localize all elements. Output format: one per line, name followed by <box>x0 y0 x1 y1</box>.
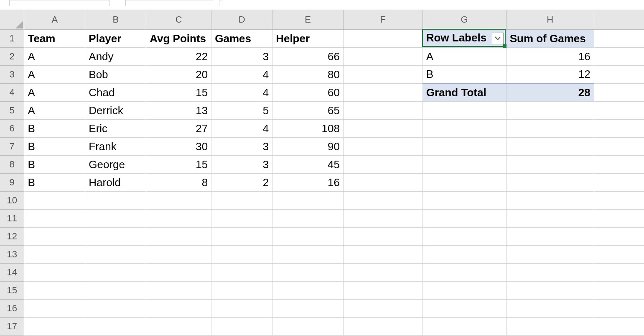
cell-F16[interactable] <box>344 299 423 317</box>
row-header-17[interactable]: 17 <box>0 317 24 335</box>
cell-B6[interactable]: Eric <box>85 119 146 137</box>
cell-G8[interactable] <box>423 155 506 173</box>
cell-C5[interactable]: 13 <box>146 101 211 119</box>
cell-H8[interactable] <box>506 155 594 173</box>
cell-F7[interactable] <box>344 137 423 155</box>
cell-B2[interactable]: Andy <box>85 47 146 65</box>
cell-E17[interactable] <box>272 317 344 335</box>
row-header-9[interactable]: 9 <box>0 173 24 191</box>
cell-overflow-6[interactable] <box>594 119 644 137</box>
worksheet-grid[interactable]: A B C D E F G H 1 Team Player Avg Poin <box>0 10 644 336</box>
cell-H5[interactable] <box>506 101 594 119</box>
cell-G17[interactable] <box>423 317 506 335</box>
cell-A17[interactable] <box>24 317 85 335</box>
cell-B13[interactable] <box>85 245 146 263</box>
cell-E7[interactable]: 90 <box>272 137 344 155</box>
cell-F14[interactable] <box>344 263 423 281</box>
cell-overflow-7[interactable] <box>594 137 644 155</box>
cell-A9[interactable]: B <box>24 173 85 191</box>
cell-E8[interactable]: 45 <box>272 155 344 173</box>
cell-A13[interactable] <box>24 245 85 263</box>
cell-D8[interactable]: 3 <box>211 155 272 173</box>
cell-D1[interactable]: Games <box>211 29 272 47</box>
cell-A3[interactable]: A <box>24 65 85 83</box>
cell-E9[interactable]: 16 <box>272 173 344 191</box>
cell-B15[interactable] <box>85 281 146 299</box>
row-header-1[interactable]: 1 <box>0 29 24 47</box>
cell-E11[interactable] <box>272 209 344 227</box>
cell-F6[interactable] <box>344 119 423 137</box>
cell-overflow-17[interactable] <box>594 317 644 335</box>
cell-H3[interactable]: 12 <box>506 65 594 83</box>
row-header-5[interactable]: 5 <box>0 101 24 119</box>
cell-overflow-15[interactable] <box>594 281 644 299</box>
cell-overflow-14[interactable] <box>594 263 644 281</box>
col-header-G[interactable]: G <box>423 10 506 29</box>
cell-H9[interactable] <box>506 173 594 191</box>
pivot-filter-button[interactable] <box>492 33 504 44</box>
cell-F2[interactable] <box>344 47 423 65</box>
cell-E4[interactable]: 60 <box>272 83 344 101</box>
cell-overflow-11[interactable] <box>594 209 644 227</box>
cell-overflow-10[interactable] <box>594 191 644 209</box>
cell-B17[interactable] <box>85 317 146 335</box>
cell-overflow-1[interactable] <box>594 29 644 47</box>
cell-F11[interactable] <box>344 209 423 227</box>
cell-overflow-4[interactable] <box>594 83 644 101</box>
cell-F1[interactable] <box>344 29 423 47</box>
cell-H11[interactable] <box>506 209 594 227</box>
row-header-6[interactable]: 6 <box>0 119 24 137</box>
cell-G16[interactable] <box>423 299 506 317</box>
row-header-16[interactable]: 16 <box>0 299 24 317</box>
cell-A10[interactable] <box>24 191 85 209</box>
cell-F10[interactable] <box>344 191 423 209</box>
cell-B7[interactable]: Frank <box>85 137 146 155</box>
cell-E14[interactable] <box>272 263 344 281</box>
cell-B8[interactable]: George <box>85 155 146 173</box>
cell-G11[interactable] <box>423 209 506 227</box>
cell-B4[interactable]: Chad <box>85 83 146 101</box>
row-header-15[interactable]: 15 <box>0 281 24 299</box>
cell-G4-grand-total[interactable]: Grand Total <box>423 83 506 101</box>
cell-H4-grand-total-value[interactable]: 28 <box>506 83 594 101</box>
cell-F13[interactable] <box>344 245 423 263</box>
cell-E3[interactable]: 80 <box>272 65 344 83</box>
cell-D13[interactable] <box>211 245 272 263</box>
name-box-fragment[interactable] <box>9 0 109 6</box>
cell-H7[interactable] <box>506 137 594 155</box>
col-header-C[interactable]: C <box>146 10 211 29</box>
cell-B9[interactable]: Harold <box>85 173 146 191</box>
cell-B10[interactable] <box>85 191 146 209</box>
cell-H16[interactable] <box>506 299 594 317</box>
cell-E16[interactable] <box>272 299 344 317</box>
cell-D11[interactable] <box>211 209 272 227</box>
cell-B12[interactable] <box>85 227 146 245</box>
cell-A2[interactable]: A <box>24 47 85 65</box>
select-all-corner[interactable] <box>0 10 24 29</box>
cell-D6[interactable]: 4 <box>211 119 272 137</box>
cell-H12[interactable] <box>506 227 594 245</box>
cell-B11[interactable] <box>85 209 146 227</box>
cell-overflow-3[interactable] <box>594 65 644 83</box>
cell-D14[interactable] <box>211 263 272 281</box>
cell-H6[interactable] <box>506 119 594 137</box>
cell-H1-pivot-sum-games[interactable]: Sum of Games <box>506 29 594 47</box>
cell-G3[interactable]: B <box>423 65 506 83</box>
cell-B14[interactable] <box>85 263 146 281</box>
cell-E1[interactable]: Helper <box>272 29 344 47</box>
cell-G14[interactable] <box>423 263 506 281</box>
cell-E12[interactable] <box>272 227 344 245</box>
cell-A16[interactable] <box>24 299 85 317</box>
cell-overflow-12[interactable] <box>594 227 644 245</box>
cell-C9[interactable]: 8 <box>146 173 211 191</box>
cell-G2[interactable]: A <box>423 47 506 65</box>
formula-bar-fragment[interactable] <box>125 0 213 6</box>
cell-overflow-8[interactable] <box>594 155 644 173</box>
cell-E5[interactable]: 65 <box>272 101 344 119</box>
cell-C12[interactable] <box>146 227 211 245</box>
cell-D7[interactable]: 3 <box>211 137 272 155</box>
row-header-3[interactable]: 3 <box>0 65 24 83</box>
cell-E15[interactable] <box>272 281 344 299</box>
cell-D15[interactable] <box>211 281 272 299</box>
cell-G13[interactable] <box>423 245 506 263</box>
